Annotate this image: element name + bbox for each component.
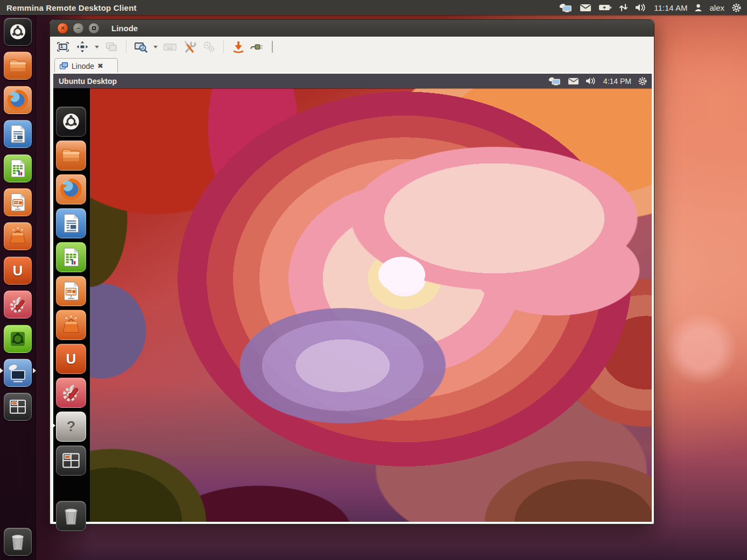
network-transfer-icon[interactable] xyxy=(619,3,628,12)
launcher-item-trash[interactable] xyxy=(4,528,32,556)
remote-launcher-item-libreoffice-impress[interactable] xyxy=(56,276,86,306)
firefox-icon xyxy=(59,178,83,201)
session-gear-icon[interactable] xyxy=(638,76,647,86)
remote-desktop-viewer[interactable]: Ubuntu Desktop 4:14 PM xyxy=(52,73,653,523)
remote-launcher-item-libreoffice-calc[interactable] xyxy=(56,242,86,272)
switch-page-icon xyxy=(105,40,118,53)
launcher-item-ubuntu-software[interactable] xyxy=(4,325,32,353)
user-menu[interactable]: alex xyxy=(709,3,724,12)
remote-launcher-item-home-folder[interactable] xyxy=(56,140,86,171)
remote-launcher-item-ubuntu-software-center[interactable] xyxy=(56,310,86,340)
impress-presentation-icon xyxy=(60,280,82,302)
ubuntu-one-letter: U xyxy=(66,351,76,367)
session-gear-icon[interactable] xyxy=(731,3,742,13)
launcher-item-system-settings[interactable] xyxy=(4,290,32,318)
remmina-applet-icon[interactable] xyxy=(559,3,573,12)
window-close-button[interactable]: ✕ xyxy=(57,23,68,34)
scaled-mode-dropdown[interactable] xyxy=(153,46,158,48)
ubuntu-logo-icon xyxy=(60,110,82,133)
connection-tab-linode[interactable]: Linode ✖ xyxy=(54,58,118,73)
remote-unity-launcher: U ? xyxy=(53,88,90,522)
mail-icon[interactable] xyxy=(568,77,579,85)
remote-launcher-item-dash-home[interactable] xyxy=(56,107,86,137)
remote-launcher-item-firefox[interactable] xyxy=(56,174,86,204)
switch-page-button xyxy=(103,39,120,55)
writer-document-icon xyxy=(8,123,28,145)
minimize-icon: – xyxy=(76,25,80,31)
window-minimize-button[interactable]: – xyxy=(73,23,84,34)
workspace-grid-icon xyxy=(7,396,29,417)
running-indicator-arrow xyxy=(52,423,55,428)
focused-indicator-arrow xyxy=(33,368,36,373)
remote-launcher-item-workspace-switcher[interactable] xyxy=(56,445,86,476)
remote-indicator-tray: 4:14 PM xyxy=(548,76,647,86)
keyboard-grab-button xyxy=(161,39,179,55)
tab-label: Linode xyxy=(72,62,94,70)
monitor-number-badge: 1 xyxy=(60,44,63,49)
launcher-item-remmina[interactable] xyxy=(4,359,32,387)
shopping-bag-icon xyxy=(7,225,29,247)
ubuntu-green-logo-icon xyxy=(7,328,29,350)
ubuntu-logo-icon xyxy=(7,21,29,42)
window-titlebar[interactable]: ✕ – Linode xyxy=(50,20,654,37)
indicator-tray: 11:14 AM alex xyxy=(559,3,742,13)
volume-icon[interactable] xyxy=(586,77,597,85)
folder-icon xyxy=(7,55,29,76)
fit-window-icon xyxy=(76,40,89,53)
window-title: Linode xyxy=(111,24,138,33)
launcher-item-libreoffice-calc[interactable] xyxy=(4,154,32,182)
tab-close-icon[interactable]: ✖ xyxy=(97,62,103,69)
trash-icon xyxy=(60,505,82,527)
gears-button xyxy=(200,39,217,55)
launcher-item-ubuntu-one[interactable]: U xyxy=(4,257,32,285)
remote-launcher-item-system-settings[interactable] xyxy=(56,378,86,408)
toolbar-end-separator xyxy=(272,41,273,53)
gears-icon xyxy=(202,40,216,54)
launcher-item-dash-home[interactable] xyxy=(4,18,32,46)
close-icon: ✕ xyxy=(60,25,65,32)
launcher-item-firefox[interactable] xyxy=(4,86,32,114)
launcher-item-home-folder[interactable] xyxy=(4,52,32,80)
remote-launcher-item-libreoffice-writer[interactable] xyxy=(56,208,86,238)
workspace-grid-icon xyxy=(60,449,82,472)
battery-icon[interactable] xyxy=(598,4,612,11)
launcher-item-workspace-switcher[interactable] xyxy=(4,393,32,421)
tools-icon xyxy=(182,40,196,54)
window-maximize-button[interactable] xyxy=(88,23,100,34)
active-app-title: Remmina Remote Desktop Client xyxy=(6,3,137,12)
launcher-item-ubuntu-software-center[interactable] xyxy=(4,222,32,250)
fullscreen-button[interactable]: 1 xyxy=(54,39,72,55)
shopping-bag-icon xyxy=(60,314,82,336)
scaled-mode-icon xyxy=(134,40,148,53)
fit-window-dropdown[interactable] xyxy=(95,46,99,48)
unity-launcher: U xyxy=(0,15,36,560)
scaled-mode-button[interactable] xyxy=(132,39,150,55)
ubuntu-one-letter: U xyxy=(13,263,23,279)
tools-button[interactable] xyxy=(181,39,198,55)
remmina-applet-icon[interactable] xyxy=(548,76,561,86)
calc-spreadsheet-icon xyxy=(8,158,28,179)
screenshot-button[interactable] xyxy=(230,39,247,55)
volume-icon[interactable] xyxy=(635,3,647,12)
top-panel: Remmina Remote Desktop Client 11:14 AM a… xyxy=(0,0,747,15)
mail-icon[interactable] xyxy=(580,4,591,12)
fit-window-button[interactable] xyxy=(74,39,91,55)
disconnect-plug-icon xyxy=(250,40,265,53)
writer-document-icon xyxy=(60,212,82,235)
remote-clock[interactable]: 4:14 PM xyxy=(603,77,631,86)
trash-icon xyxy=(7,531,29,552)
tab-connection-icon xyxy=(59,62,68,70)
clock[interactable]: 11:14 AM xyxy=(654,3,687,12)
remote-launcher-item-trash[interactable] xyxy=(56,501,86,531)
remote-wallpaper xyxy=(90,88,652,522)
remote-launcher-item-ubuntu-one[interactable]: U xyxy=(56,344,86,374)
firefox-icon xyxy=(6,89,29,111)
remote-menu-title[interactable]: Ubuntu Desktop xyxy=(59,77,117,86)
remote-launcher-item-unknown-app[interactable]: ? xyxy=(56,412,86,442)
launcher-item-libreoffice-writer[interactable] xyxy=(4,120,32,148)
unknown-app-glyph: ? xyxy=(67,419,76,435)
maximize-icon xyxy=(92,26,96,30)
impress-presentation-icon xyxy=(8,192,28,213)
launcher-item-libreoffice-impress[interactable] xyxy=(4,188,32,216)
disconnect-button[interactable] xyxy=(249,39,266,55)
